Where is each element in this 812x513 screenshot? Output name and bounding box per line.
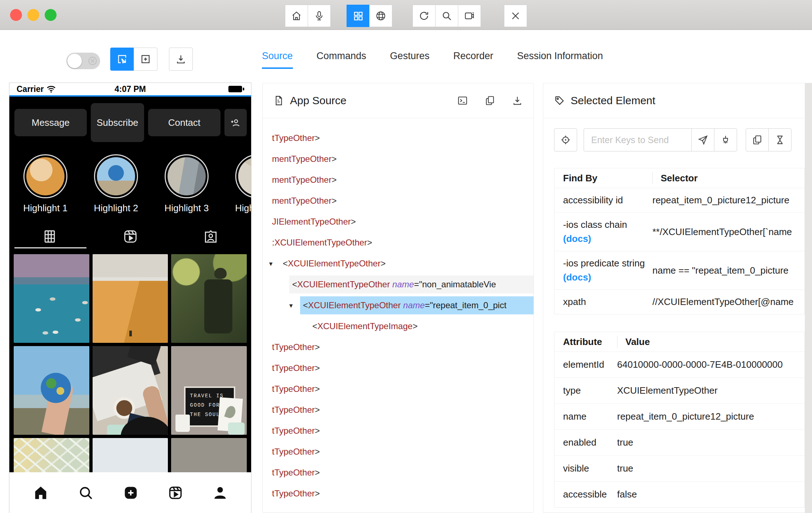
xml-tree-node[interactable]: <XCUIElementTypeImage> — [263, 316, 534, 337]
docs-link[interactable]: (docs) — [563, 272, 650, 283]
find-by-row: xpath//XCUIElementTypeOther[@name — [554, 289, 804, 314]
tab-recorder[interactable]: Recorder — [453, 50, 493, 69]
download-icon — [175, 54, 186, 65]
tab-commands[interactable]: Commands — [317, 50, 366, 69]
photo-wall[interactable] — [171, 438, 247, 472]
contact-button[interactable]: Contact — [148, 109, 220, 136]
attributes-table: Attribute Value elementId64010000-0000-0… — [554, 332, 805, 508]
xml-tree-node[interactable]: JIElementTypeOther> — [263, 211, 534, 232]
globe-button[interactable] — [369, 5, 392, 27]
message-button[interactable]: Message — [14, 109, 87, 136]
expand-caret-icon[interactable]: ▾ — [269, 260, 280, 268]
xml-tree-node[interactable]: mentTypeOther> — [263, 149, 534, 169]
profile-icon[interactable] — [212, 485, 228, 501]
attribute-row: elementId64010000-0000-0000-7E4B-0100000… — [554, 351, 804, 377]
reels-tab[interactable] — [90, 229, 171, 244]
attribute-value: 64010000-0000-0000-7E4B-010000000 — [617, 359, 804, 370]
highlight-4[interactable]: Highlight 4 — [233, 154, 251, 214]
photo-mountain[interactable] — [93, 438, 168, 472]
device-screenshot[interactable]: Carrier 4:07 PM Message Subscribe Contac… — [9, 83, 251, 513]
value-header: Value — [617, 336, 804, 348]
copy-attributes-button[interactable] — [746, 128, 769, 151]
refresh-button[interactable] — [412, 5, 436, 27]
attribute-row: accessiblefalse — [554, 481, 804, 507]
tab-gestures[interactable]: Gestures — [390, 50, 430, 69]
highlight-4-label: Highlight 4 — [233, 203, 251, 214]
xml-tree-node[interactable]: <XCUIElementTypeOther name="non_animatab… — [263, 274, 534, 295]
xml-tree-node[interactable]: mentTypeOther> — [263, 169, 534, 190]
locate-element-button[interactable] — [554, 128, 577, 151]
photo-hiker[interactable] — [171, 254, 247, 343]
download-icon[interactable] — [512, 95, 523, 106]
new-post-icon[interactable] — [123, 485, 139, 501]
home-icon[interactable] — [32, 485, 49, 501]
photo-dune[interactable] — [93, 254, 168, 343]
document-icon — [273, 95, 284, 106]
attribute-name: type — [554, 378, 617, 403]
zoom-window-button[interactable] — [45, 9, 57, 21]
highlight-3[interactable]: Highlight 3 — [162, 154, 211, 214]
swipe-mode-button[interactable] — [134, 48, 157, 71]
attribute-header: Attribute — [554, 336, 617, 348]
xml-tree-node[interactable]: :XCUIElementTypeOther> — [263, 232, 534, 253]
attribute-value: XCUIElementTypeOther — [617, 385, 804, 396]
record-video-button[interactable] — [458, 5, 481, 27]
xml-tree-node[interactable]: mentTypeOther> — [263, 190, 534, 211]
tagged-tab[interactable] — [170, 229, 251, 244]
photo-harbor[interactable] — [14, 254, 89, 343]
select-elements-mode-button[interactable] — [110, 48, 134, 71]
find-by-table: Find By Selector accessibility idrepeat_… — [554, 168, 805, 314]
selector-value: repeat_item_0_picture12_picture — [652, 195, 804, 206]
highlight-2[interactable]: Highlight 2 — [92, 154, 140, 214]
right-scroll-gutter[interactable] — [805, 83, 812, 513]
xml-tree-node[interactable]: ▾<XCUIElementTypeOther name="repeat_item… — [263, 295, 534, 316]
home-icon — [291, 10, 302, 21]
find-by-row: -ios class chain(docs)**/XCUIElementType… — [554, 212, 804, 251]
attribute-name: enabled — [554, 430, 617, 455]
subscribe-button[interactable]: Subscribe — [91, 103, 144, 142]
xml-tree-node[interactable]: tTypeOther> — [263, 399, 534, 420]
xml-tree-node[interactable]: tTypeOther> — [263, 441, 534, 462]
reels-icon[interactable] — [168, 485, 183, 501]
xml-tree-node[interactable]: tTypeOther> — [263, 420, 534, 441]
terminal-icon[interactable] — [457, 95, 468, 106]
xml-tree-node[interactable]: tTypeOther> — [263, 462, 534, 483]
wait-for-element-button[interactable] — [768, 128, 791, 151]
grid-tab[interactable] — [9, 229, 90, 244]
search-icon[interactable] — [78, 485, 94, 501]
minimize-window-button[interactable] — [27, 9, 39, 21]
docs-link[interactable]: (docs) — [563, 233, 650, 244]
photo-globe-hand[interactable] — [14, 346, 89, 435]
quit-session-button[interactable] — [504, 5, 527, 27]
apps-grid-button[interactable] — [347, 5, 370, 27]
send-keys-button[interactable] — [691, 128, 714, 151]
xml-tree-node[interactable]: tTypeOther> — [263, 358, 534, 379]
search-button[interactable] — [435, 5, 458, 27]
tab-source[interactable]: Source — [262, 50, 293, 69]
copy-icon[interactable] — [485, 95, 495, 106]
home-button[interactable] — [285, 5, 308, 27]
microphone-button[interactable] — [308, 5, 331, 27]
xml-tree-node[interactable]: tTypeOther> — [263, 483, 534, 504]
screenshot-interaction-toggle[interactable] — [66, 53, 100, 69]
apps-grid-icon — [353, 10, 363, 21]
send-keys-input[interactable] — [584, 128, 692, 151]
photo-travel-desk[interactable] — [93, 346, 168, 435]
add-person-button[interactable] — [224, 109, 247, 136]
tab-session-information[interactable]: Session Information — [517, 50, 603, 69]
clear-button[interactable] — [714, 128, 737, 151]
highlight-1[interactable]: Highlight 1 — [21, 154, 70, 214]
xml-tree-node[interactable]: ▾<XCUIElementTypeOther> — [263, 253, 534, 274]
xml-tree-node[interactable]: tTypeOther> — [263, 128, 534, 149]
main-tabs: Source Commands Gestures Recorder Sessio… — [262, 50, 627, 69]
close-window-button[interactable] — [10, 9, 22, 21]
profile-content-tabs — [9, 225, 251, 248]
xml-tree-node[interactable]: tTypeOther> — [263, 379, 534, 399]
expand-caret-icon[interactable]: ▾ — [289, 301, 300, 310]
photo-greenhouse[interactable] — [14, 438, 89, 472]
xml-tree-node[interactable]: tTypeOther> — [263, 337, 534, 358]
clock-label: 4:07 PM — [9, 84, 251, 94]
download-screenshot-button[interactable] — [169, 48, 193, 71]
select-element-icon — [117, 54, 128, 65]
photo-letterboard[interactable]: TRAVEL IS GOOD FOR THE SOUL — [171, 346, 247, 435]
